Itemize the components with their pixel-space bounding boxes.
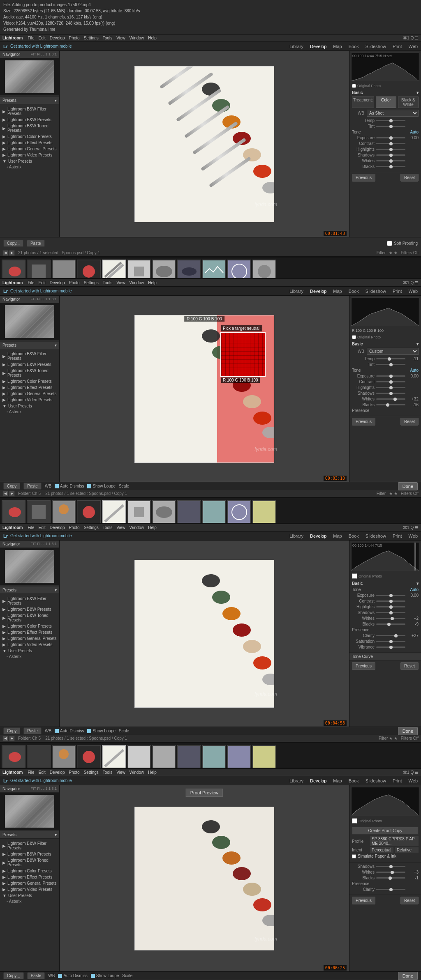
- reset-btn-2[interactable]: Reset: [400, 418, 419, 426]
- paste-btn-3[interactable]: Paste: [23, 727, 42, 734]
- presets-header-2[interactable]: Presets▾: [0, 342, 59, 349]
- nav-next-2[interactable]: ▶: [9, 491, 15, 497]
- reset-btn-1[interactable]: Reset: [400, 174, 419, 182]
- auto-dismiss-2[interactable]: Auto Dismiss: [55, 484, 84, 488]
- fs2-t7[interactable]: [152, 500, 176, 524]
- show-loupe-3[interactable]: Show Loupe: [87, 729, 116, 733]
- wb-select-2[interactable]: Custom: [367, 348, 419, 355]
- nav-next-3[interactable]: ▶: [9, 736, 15, 741]
- bw-btn-1[interactable]: Black & White: [398, 97, 419, 108]
- previous-btn-1[interactable]: Previous: [352, 174, 375, 182]
- paste-btn-1[interactable]: Paste: [27, 240, 45, 247]
- previous-btn-3[interactable]: Previous: [352, 662, 375, 670]
- original-photo-cb-2[interactable]: [352, 335, 356, 339]
- fs3-t2[interactable]: [27, 745, 51, 769]
- menu-items-1[interactable]: File Edit Develop Photo Settings Tools V…: [28, 36, 156, 40]
- film-thumb-1[interactable]: [2, 260, 25, 279]
- paste-btn-4[interactable]: Paste: [27, 972, 45, 979]
- auto-btn-2[interactable]: Auto: [410, 368, 419, 373]
- preset-group-7[interactable]: ▶Lightroom Video Presets: [0, 152, 59, 158]
- paste-btn-2[interactable]: Paste: [23, 483, 42, 490]
- fs2-t10[interactable]: [227, 500, 251, 524]
- fs2-t5[interactable]: [102, 500, 126, 524]
- nav-prev-2[interactable]: ◀: [2, 491, 8, 497]
- previous-btn-4[interactable]: Previous: [352, 897, 375, 904]
- original-photo-cb-1[interactable]: [352, 84, 356, 88]
- nav-prev-1[interactable]: ◀: [2, 250, 8, 256]
- done-btn-2[interactable]: Done: [398, 482, 418, 490]
- preset-item-asterix-1[interactable]: ◦ Asterix: [0, 164, 59, 170]
- treatment-color-1[interactable]: Treatment:: [352, 97, 374, 108]
- auto-btn-1[interactable]: Auto: [410, 130, 419, 134]
- film-thumb-8[interactable]: [177, 260, 201, 279]
- simulate-paper-cb-4[interactable]: [352, 854, 356, 858]
- film-thumb-6[interactable]: [127, 260, 151, 279]
- film-thumb-10[interactable]: [227, 260, 251, 279]
- nav-prev-3[interactable]: ◀: [2, 736, 8, 741]
- fs2-t8[interactable]: [177, 500, 201, 524]
- film-thumb-11[interactable]: [252, 260, 276, 279]
- intent-relative-4[interactable]: Relative: [395, 847, 419, 853]
- preset-group-1[interactable]: ▶Lightroom B&W Filter Presets: [0, 106, 59, 117]
- show-loupe-4[interactable]: Show Loupe: [91, 973, 119, 978]
- create-proof-btn-4[interactable]: Create Proof Copy: [352, 827, 419, 835]
- film-thumb-3[interactable]: [52, 260, 76, 279]
- show-loupe-2[interactable]: Show Loupe: [87, 484, 116, 488]
- orig-photo-cb-4[interactable]: [352, 818, 357, 824]
- fs3-t3[interactable]: [52, 745, 76, 769]
- preset-group-5[interactable]: ▶Lightroom Effect Presets: [0, 140, 59, 146]
- fs3-t6[interactable]: [127, 745, 151, 769]
- color-btn-1[interactable]: Color: [376, 97, 396, 108]
- preset-group-6[interactable]: ▶Lightroom General Presets: [0, 146, 59, 152]
- fs3-t11[interactable]: [252, 745, 276, 769]
- fs2-t4[interactable]: [77, 500, 101, 524]
- presets-header-1[interactable]: Presets▾: [0, 97, 59, 104]
- fs3-t10[interactable]: [227, 745, 251, 769]
- right-panel-1: 00:100 14:44 7/15 N:set Original Photo B…: [349, 51, 421, 237]
- film-thumb-4[interactable]: [77, 260, 101, 279]
- preset-group-2[interactable]: ▶Lightroom B&W Presets: [0, 117, 59, 123]
- fs2-t11[interactable]: [252, 500, 276, 524]
- preset-group-8[interactable]: ▼User Presets: [0, 158, 59, 164]
- fs3-t5[interactable]: [102, 745, 126, 769]
- done-btn-4[interactable]: Done: [398, 972, 418, 980]
- fs3-t1[interactable]: [2, 745, 25, 769]
- previous-btn-2[interactable]: Previous: [352, 418, 375, 426]
- fs3-t7[interactable]: [152, 745, 176, 769]
- film-thumb-7[interactable]: [152, 260, 176, 279]
- mobile-link-1[interactable]: Get started with Lightroom mobile: [10, 44, 72, 48]
- orig-photo-cb-3[interactable]: [352, 573, 357, 579]
- auto-dismiss-4[interactable]: Auto Dismiss: [58, 973, 87, 978]
- preset-group-4[interactable]: ▶Lightroom Color Presets: [0, 133, 59, 140]
- mobile-link-2[interactable]: Get started with Lightroom mobile: [10, 289, 72, 293]
- wb-select-1[interactable]: As Shot: [367, 110, 419, 117]
- tone-curve-header-3[interactable]: Tone Curve: [349, 653, 421, 660]
- color-picker-values-2: R 100 G 100 B 100: [221, 377, 260, 383]
- film-thumb-5[interactable]: [102, 260, 126, 279]
- reset-btn-3[interactable]: Reset: [400, 662, 419, 670]
- preset-group-3[interactable]: ▶Lightroom B&W Toned Presets: [0, 123, 59, 133]
- fs2-t9[interactable]: [202, 500, 226, 524]
- fs2-t6[interactable]: [127, 500, 151, 524]
- menu-items-2[interactable]: File Edit Develop Photo Settings Tools V…: [28, 281, 156, 285]
- fs3-t8[interactable]: [177, 745, 201, 769]
- copy-btn-1[interactable]: Copy...: [3, 240, 23, 247]
- svg-rect-53: [32, 505, 46, 519]
- done-btn-3[interactable]: Done: [398, 727, 418, 735]
- nav-next-1[interactable]: ▶: [9, 250, 15, 256]
- auto-dismiss-3[interactable]: Auto Dismiss: [55, 729, 84, 733]
- copy-btn-4[interactable]: Copy _: [3, 972, 24, 979]
- fs3-t9[interactable]: [202, 745, 226, 769]
- auto-btn-3[interactable]: Auto: [410, 587, 419, 592]
- fs2-t2[interactable]: [27, 500, 51, 524]
- film-thumb-2[interactable]: [27, 260, 51, 279]
- copy-btn-2[interactable]: Copy: [3, 483, 20, 490]
- copy-btn-3[interactable]: Copy: [3, 727, 20, 734]
- film-thumb-9[interactable]: [202, 260, 226, 279]
- fs3-t4[interactable]: [77, 745, 101, 769]
- intent-perceptual-4[interactable]: Perceptual: [370, 847, 393, 853]
- fs2-t1[interactable]: [2, 500, 25, 524]
- fs2-t3[interactable]: [52, 500, 76, 524]
- reset-btn-4[interactable]: Reset: [400, 897, 419, 904]
- soft-proofing-cb-1[interactable]: Soft Proofing: [387, 241, 418, 246]
